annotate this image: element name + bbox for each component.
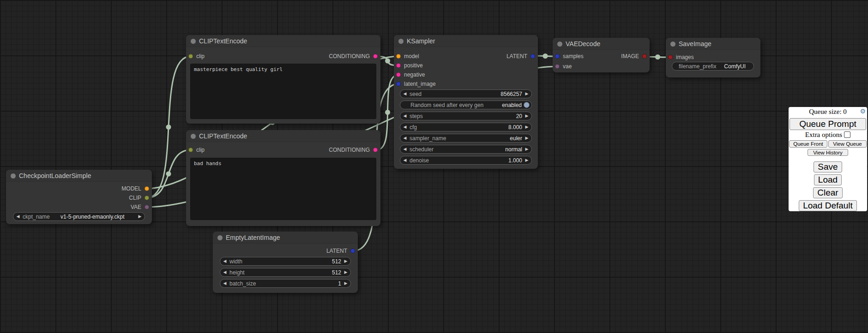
collapse-dot-icon[interactable] [398, 39, 404, 44]
batch-size-widget[interactable]: ◀ batch_size 1 ▶ [220, 279, 351, 288]
ckpt-name-widget[interactable]: ◀ ckpt_name v1-5-pruned-emaonly.ckpt ▶ [13, 212, 145, 221]
increment-arrow-icon[interactable]: ▶ [522, 112, 531, 120]
node-title-bar[interactable]: SaveImage [666, 38, 760, 50]
decrement-arrow-icon[interactable]: ◀ [400, 145, 410, 153]
input-slot-negative[interactable]: negative [396, 71, 425, 78]
output-slot-image[interactable]: IMAGE [585, 53, 647, 60]
conditioning-slot-dot[interactable] [396, 63, 401, 68]
output-slot-vae[interactable]: VAE [6, 203, 149, 211]
slot-label: negative [404, 71, 425, 78]
view-history-button[interactable]: View History [808, 149, 848, 156]
decrement-arrow-icon[interactable]: ◀ [220, 257, 229, 265]
node-vae-decode[interactable]: VAEDecode samples vae IMAGE [553, 38, 650, 72]
input-slot-positive[interactable]: positive [396, 62, 423, 69]
scheduler-widget[interactable]: ◀ scheduler normal ▶ [400, 145, 532, 154]
input-slot-vae[interactable]: vae [555, 63, 572, 70]
image-slot-dot[interactable] [642, 54, 647, 59]
node-title-bar[interactable]: VAEDecode [553, 38, 650, 50]
latent-slot-dot[interactable] [350, 249, 355, 253]
collapse-dot-icon[interactable] [557, 42, 562, 47]
collapse-dot-icon[interactable] [217, 235, 223, 240]
settings-gear-icon[interactable]: ⚙ [860, 108, 866, 115]
vae-slot-dot[interactable] [145, 205, 149, 209]
decrement-arrow-icon[interactable]: ◀ [400, 156, 410, 164]
collapse-dot-icon[interactable] [191, 39, 196, 44]
save-button[interactable]: Save [814, 161, 842, 172]
node-title-bar[interactable]: CheckpointLoaderSimple [6, 170, 152, 182]
increment-arrow-icon[interactable]: ▶ [522, 123, 531, 131]
decrement-arrow-icon[interactable]: ◀ [400, 134, 410, 142]
filename-prefix-widget[interactable]: filename_prefix ComfyUI [672, 62, 754, 71]
positive-prompt-textarea[interactable]: masterpiece best quality girl [190, 64, 376, 119]
latent-slot-dot[interactable] [396, 82, 401, 86]
increment-arrow-icon[interactable]: ▶ [341, 279, 350, 287]
queue-front-button[interactable]: Queue Front [789, 140, 827, 148]
decrement-arrow-icon[interactable]: ◀ [220, 279, 229, 287]
widget-name: filename_prefix [672, 63, 716, 70]
seed-widget[interactable]: ◀ seed 8566257 ▶ [400, 89, 532, 98]
conditioning-slot-dot[interactable] [373, 54, 378, 59]
extra-options-checkbox[interactable] [844, 131, 850, 138]
node-checkpoint-loader[interactable]: CheckpointLoaderSimple MODEL CLIP VAE ◀ … [6, 170, 152, 224]
output-slot-latent[interactable]: LATENT [394, 53, 535, 60]
collapse-dot-icon[interactable] [11, 173, 16, 178]
input-slot-latent-image[interactable]: latent_image [396, 80, 436, 88]
increment-arrow-icon[interactable]: ▶ [522, 134, 531, 142]
random-seed-toggle-widget[interactable]: Random seed after every gen enabled [400, 101, 532, 109]
node-clip-text-encode-negative[interactable]: CLIPTextEncode clip CONDITIONING bad han… [186, 130, 380, 226]
graph-canvas[interactable]: CheckpointLoaderSimple MODEL CLIP VAE ◀ … [0, 0, 868, 333]
widget-name: seed [410, 91, 422, 97]
model-slot-dot[interactable] [145, 186, 149, 191]
node-title-bar[interactable]: CLIPTextEncode [186, 35, 380, 47]
output-slot-clip[interactable]: CLIP [6, 194, 149, 202]
decrement-arrow-icon[interactable]: ◀ [400, 123, 410, 131]
decrement-arrow-icon[interactable]: ◀ [400, 90, 410, 98]
node-title-bar[interactable]: CLIPTextEncode [186, 130, 380, 142]
increment-arrow-icon[interactable]: ▶ [522, 156, 531, 164]
collapse-dot-icon[interactable] [191, 134, 196, 139]
width-widget[interactable]: ◀ width 512 ▶ [220, 257, 351, 266]
node-save-image[interactable]: SaveImage images filename_prefix ComfyUI [666, 38, 760, 77]
increment-arrow-icon[interactable]: ▶ [341, 257, 350, 265]
decrement-arrow-icon[interactable]: ◀ [13, 213, 23, 220]
negative-prompt-textarea[interactable]: bad hands [190, 158, 376, 220]
image-slot-dot[interactable] [668, 55, 673, 59]
latent-slot-dot[interactable] [530, 54, 535, 59]
increment-arrow-icon[interactable]: ▶ [522, 90, 531, 98]
collapse-dot-icon[interactable] [670, 42, 675, 47]
output-slot-model[interactable]: MODEL [6, 185, 149, 192]
increment-arrow-icon[interactable]: ▶ [522, 145, 531, 153]
denoise-widget[interactable]: ◀ denoise 1.000 ▶ [400, 156, 532, 165]
view-queue-button[interactable]: View Queue [828, 140, 867, 148]
sampler-name-widget[interactable]: ◀ sampler_name euler ▶ [400, 134, 532, 143]
node-ksampler[interactable]: KSampler model positive negative latent_… [394, 35, 538, 169]
output-slot-latent[interactable]: LATENT [213, 247, 355, 255]
node-title-bar[interactable]: EmptyLatentImage [213, 232, 358, 244]
toggle-indicator-icon[interactable] [524, 102, 530, 108]
vae-slot-dot[interactable] [555, 64, 560, 69]
clip-slot-dot[interactable] [145, 196, 149, 200]
clear-button[interactable]: Clear [813, 187, 842, 198]
node-clip-text-encode-positive[interactable]: CLIPTextEncode clip CONDITIONING masterp… [186, 35, 380, 124]
node-empty-latent-image[interactable]: EmptyLatentImage LATENT ◀ width 512 ▶ ◀ … [213, 232, 358, 293]
node-title: CLIPTextEncode [199, 37, 247, 45]
output-slot-conditioning[interactable]: CONDITIONING [186, 146, 378, 154]
widget-name: cfg [410, 124, 417, 131]
increment-arrow-icon[interactable]: ▶ [341, 268, 350, 276]
decrement-arrow-icon[interactable]: ◀ [220, 268, 229, 276]
cfg-widget[interactable]: ◀ cfg 8.000 ▶ [400, 123, 532, 131]
input-slot-images[interactable]: images [668, 54, 694, 61]
latent-slot-dot[interactable] [555, 54, 560, 59]
height-widget[interactable]: ◀ height 512 ▶ [220, 268, 351, 277]
input-slot-samples[interactable]: samples [555, 53, 584, 60]
load-default-button[interactable]: Load Default [799, 200, 857, 211]
conditioning-slot-dot[interactable] [396, 72, 401, 77]
load-button[interactable]: Load [814, 174, 842, 185]
output-slot-conditioning[interactable]: CONDITIONING [186, 53, 378, 60]
increment-arrow-icon[interactable]: ▶ [135, 213, 145, 220]
node-title-bar[interactable]: KSampler [394, 35, 538, 47]
decrement-arrow-icon[interactable]: ◀ [400, 112, 410, 120]
conditioning-slot-dot[interactable] [373, 148, 378, 152]
steps-widget[interactable]: ◀ steps 20 ▶ [400, 112, 532, 120]
queue-prompt-button[interactable]: Queue Prompt [790, 118, 866, 130]
